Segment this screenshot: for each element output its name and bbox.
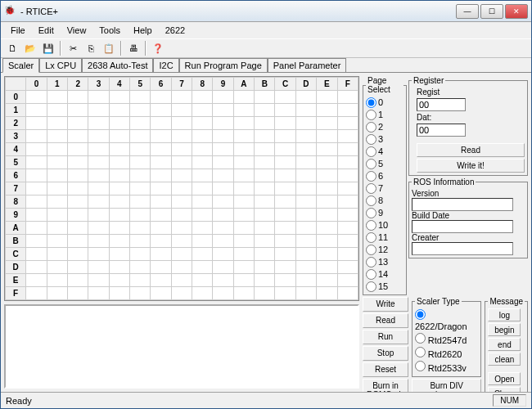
page-radio-14[interactable]: 14 <box>366 268 388 280</box>
tab-lxcpu[interactable]: Lx CPU <box>39 58 82 72</box>
cut-icon[interactable]: ✂ <box>65 40 81 56</box>
write-button[interactable]: Write <box>363 297 408 312</box>
log-area[interactable] <box>4 304 359 389</box>
page-radio-4[interactable]: 4 <box>366 146 388 157</box>
new-icon[interactable]: 🗋 <box>4 40 20 56</box>
page-radio-11[interactable]: 11 <box>366 231 388 243</box>
status-ready: Ready <box>6 396 32 406</box>
ros-creater-label: Creater <box>412 233 525 242</box>
ros-creater-input[interactable] <box>412 242 513 255</box>
page-radio-6[interactable]: 6 <box>366 170 388 182</box>
tabstrip: Scaler Lx CPU 2638 Auto-Test I2C Run Pro… <box>1 58 531 73</box>
read-button[interactable]: Read <box>363 313 408 328</box>
tab-autotest[interactable]: 2638 Auto-Test <box>82 58 153 72</box>
paste-icon[interactable]: 📋 <box>101 40 117 56</box>
status-num: NUM <box>493 394 526 407</box>
save-icon[interactable]: 💾 <box>40 40 56 56</box>
page-radio-15[interactable]: 15 <box>366 281 388 292</box>
menu-tools[interactable]: Tools <box>92 24 127 37</box>
log-button[interactable]: log <box>488 308 521 321</box>
page-radio-0[interactable]: 0 <box>366 97 388 108</box>
tab-scaler[interactable]: Scaler <box>2 58 39 73</box>
page-radio-12[interactable]: 12 <box>366 244 388 255</box>
ros-build-label: Build Date <box>412 211 525 220</box>
menubar: File Edit View Tools Help 2622 <box>1 22 531 38</box>
page-radio-5[interactable]: 5 <box>366 158 388 169</box>
scalertype-opt0[interactable]: 2622/Dragon <box>415 308 478 332</box>
scalertype-opt2[interactable]: Rtd2620 <box>415 346 478 360</box>
message-legend: Message <box>488 297 525 306</box>
open-icon[interactable]: 📂 <box>22 40 38 56</box>
regist-input[interactable] <box>417 98 466 111</box>
maximize-button[interactable]: ☐ <box>480 4 503 19</box>
page-radio-7[interactable]: 7 <box>366 182 388 194</box>
page-radio-1[interactable]: 1 <box>366 109 388 120</box>
ros-version-label: Version <box>412 189 525 198</box>
stop-button[interactable]: Stop <box>363 346 408 361</box>
burn-rom-button[interactable]: Burn in ROMCode <box>363 379 408 392</box>
menu-view[interactable]: View <box>61 24 93 37</box>
print-icon[interactable]: 🖶 <box>125 40 142 56</box>
page-radio-2[interactable]: 2 <box>366 121 388 133</box>
app-icon: 🐞 <box>4 5 17 18</box>
window-title: - RTICE+ <box>20 7 456 16</box>
reg-write-button[interactable]: Write it! <box>417 159 525 173</box>
page-radio-10[interactable]: 10 <box>366 219 388 231</box>
menu-extra[interactable]: 2622 <box>159 24 192 37</box>
menu-edit[interactable]: Edit <box>32 24 61 37</box>
scalertype-opt3[interactable]: Rtd2533v <box>415 360 478 374</box>
page-radio-13[interactable]: 13 <box>366 256 388 267</box>
page-radio-9[interactable]: 9 <box>366 207 388 218</box>
scalertype-legend: Scaler Type <box>415 297 462 306</box>
scalertype-opt1[interactable]: Rtd2547d <box>415 332 478 346</box>
help-icon[interactable]: ❓ <box>150 40 166 56</box>
page-radio-8[interactable]: 8 <box>366 195 388 206</box>
dat-input[interactable] <box>417 124 466 137</box>
toolbar: 🗋 📂 💾 ✂ ⎘ 📋 🖶 ❓ <box>1 38 531 58</box>
ros-legend: ROS Information <box>412 178 476 187</box>
page-select-legend: Page Select <box>366 76 404 94</box>
tab-i2c[interactable]: I2C <box>153 58 178 72</box>
begin-button[interactable]: begin <box>488 323 521 336</box>
menu-file[interactable]: File <box>4 24 32 37</box>
close-button[interactable]: ✕ <box>505 4 528 19</box>
ros-version-input[interactable] <box>412 198 513 211</box>
page-select-radios[interactable]: 0 1 2 3 4 5 6 7 8 9 10 11 12 13 14 15 <box>366 97 388 292</box>
clean-button[interactable]: clean <box>488 353 521 366</box>
menu-help[interactable]: Help <box>127 24 159 37</box>
register-legend: Register <box>412 76 445 85</box>
end-button[interactable]: end <box>488 338 521 351</box>
page-radio-3[interactable]: 3 <box>366 133 388 145</box>
tab-panelparam[interactable]: Panel Parameter <box>268 58 347 72</box>
open-button[interactable]: Open <box>488 372 521 385</box>
run-button[interactable]: Run <box>363 330 408 344</box>
register-grid[interactable]: 0123456789ABCDEF0123456789ABCDEF <box>4 76 359 301</box>
dat-label: Dat: <box>417 113 525 122</box>
reset-button[interactable]: Reset <box>363 362 408 377</box>
ros-build-input[interactable] <box>412 220 513 233</box>
minimize-button[interactable]: — <box>456 4 479 19</box>
regist-label: Regist <box>417 88 525 97</box>
burn-div-button[interactable]: Burn DIV image <box>412 379 481 392</box>
copy-icon[interactable]: ⎘ <box>83 40 99 56</box>
reg-read-button[interactable]: Read <box>417 143 525 157</box>
tab-runprog[interactable]: Run Program Page <box>179 58 268 72</box>
